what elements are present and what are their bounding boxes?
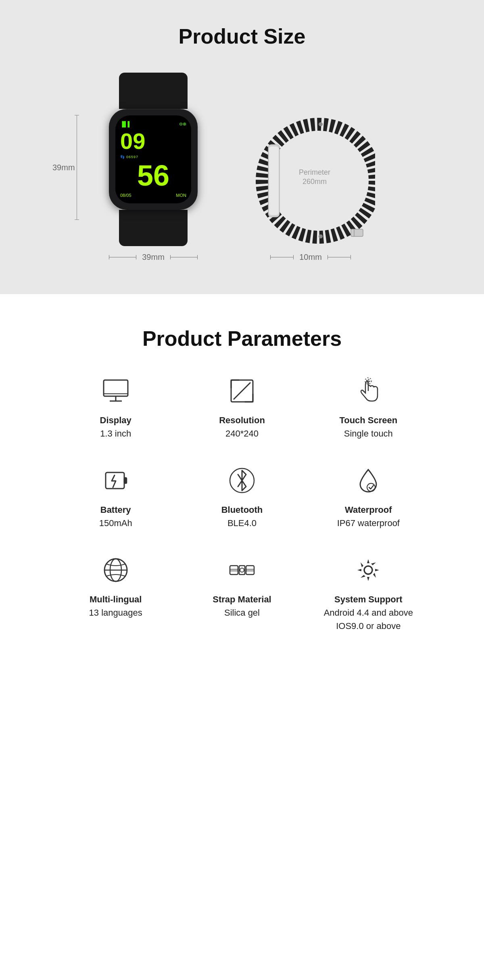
param-resolution: Resolution 240*240 [187, 375, 297, 440]
monitor-icon [102, 377, 130, 405]
battery-param-icon [100, 464, 132, 497]
battery-value: 150mAh [99, 516, 132, 530]
strap-label: Strap Material [213, 593, 271, 606]
width-dimension-label: 39mm [139, 253, 168, 262]
side-watch-svg: Perimeter 260mm [246, 112, 375, 249]
param-system: System Support Android 4.4 and above IOS… [313, 554, 424, 633]
param-bluetooth: Bluetooth BLE4.0 [187, 464, 297, 530]
svg-point-28 [240, 568, 244, 572]
watch-minute-display: 56 [120, 161, 186, 190]
side-watch-wrapper: Perimeter 260mm 10mm [246, 112, 375, 262]
resolution-label: Resolution [219, 414, 265, 427]
system-value2: IOS9.0 or above [324, 619, 413, 633]
vertical-dim-left: 39mm [77, 105, 77, 230]
svg-point-20 [367, 483, 375, 491]
battery-icon-svg [102, 466, 130, 495]
product-params-title: Product Parameters [24, 326, 460, 351]
strap-bottom [119, 210, 188, 246]
svg-line-14 [234, 382, 250, 399]
watches-container: 39mm ▐▌▌ ⊖⊕ 09 👣 [16, 73, 468, 262]
svg-rect-29 [246, 566, 254, 575]
side-dimension-label: 10mm [296, 253, 325, 262]
svg-rect-24 [230, 566, 238, 575]
product-size-section: Product Size 39mm ▐▌▌ ⊖⊕ [0, 0, 484, 294]
svg-text:Perimeter: Perimeter [299, 168, 330, 176]
strap-icon [226, 554, 258, 586]
product-params-section: Product Parameters Display 1.3 inch [0, 294, 484, 673]
multilingual-label: Multi-lingual [89, 593, 142, 606]
waterproof-value: IP67 waterproof [337, 516, 400, 530]
svg-text:260mm: 260mm [302, 178, 327, 186]
side-dim-row: 10mm [270, 253, 351, 262]
bluetooth-icon-svg [228, 466, 256, 495]
param-waterproof: Waterproof IP67 waterproof [313, 464, 424, 530]
droplet-icon-svg [354, 466, 382, 495]
watch-top-bar: ▐▌▌ ⊖⊕ [120, 121, 186, 127]
multilingual-value: 13 languages [89, 606, 142, 619]
param-display: Display 1.3 inch [60, 375, 171, 440]
watch-date-day: 08/05 MON [120, 193, 186, 198]
param-multilingual: Multi-lingual 13 languages [60, 554, 171, 633]
svg-rect-2 [269, 146, 279, 215]
strap-text: Strap Material Silica gel [213, 593, 271, 619]
gear-icon-svg [354, 556, 382, 584]
hand-touch-icon [354, 377, 382, 405]
bluetooth-text: Bluetooth BLE4.0 [221, 503, 263, 530]
display-value: 1.3 inch [100, 427, 131, 440]
width-dim-row: 39mm [109, 253, 198, 262]
resolution-icon [226, 375, 258, 407]
strap-value: Silica gel [213, 606, 271, 619]
svg-point-3 [319, 122, 323, 126]
params-grid: Display 1.3 inch Resolution 240*240 [60, 375, 424, 633]
display-label: Display [100, 414, 131, 427]
side-dim-line-right [328, 257, 351, 257]
watch-screen: ▐▌▌ ⊖⊕ 09 👣 06597 56 [115, 115, 191, 203]
touch-text: Touch Screen Single touch [339, 414, 397, 440]
watch-hour: 09 [120, 128, 145, 154]
svg-rect-5 [351, 229, 363, 236]
side-dim-line-left [270, 257, 294, 257]
svg-rect-18 [124, 478, 127, 483]
watch-date: 08/05 [120, 193, 131, 198]
strap-icon-svg [228, 556, 256, 584]
resolution-value: 240*240 [219, 427, 265, 440]
param-touch: Touch Screen Single touch [313, 375, 424, 440]
waterproof-icon [352, 464, 384, 497]
watch-day: MON [176, 193, 186, 198]
display-icon [100, 375, 132, 407]
side-watch-visual: Perimeter 260mm [246, 112, 375, 249]
steps-icon: 👣 [120, 155, 125, 159]
globe-icon-svg [102, 556, 130, 584]
svg-point-4 [319, 234, 323, 238]
touch-value: Single touch [339, 427, 397, 440]
system-text: System Support Android 4.4 and above IOS… [324, 593, 413, 633]
front-watch-wrapper: 39mm ▐▌▌ ⊖⊕ 09 👣 [109, 73, 198, 262]
resize-icon [228, 377, 256, 405]
bluetooth-icon [226, 464, 258, 497]
multilingual-icon [100, 554, 132, 586]
width-dim-line-left [109, 257, 136, 257]
bluetooth-value: BLE4.0 [221, 516, 263, 530]
resolution-text: Resolution 240*240 [219, 414, 265, 440]
system-label: System Support [324, 593, 413, 606]
battery-text: Battery 150mAh [99, 503, 132, 530]
touch-label: Touch Screen [339, 414, 397, 427]
strap-top [119, 73, 188, 109]
watch-hour-display: 09 [120, 130, 186, 153]
system-value1: Android 4.4 and above [324, 606, 413, 619]
param-battery: Battery 150mAh [60, 464, 171, 530]
bluetooth-label: Bluetooth [221, 503, 263, 516]
touch-icon [352, 375, 384, 407]
battery-label: Battery [99, 503, 132, 516]
waterproof-text: Waterproof IP67 waterproof [337, 503, 400, 530]
watch-minute: 56 [137, 159, 169, 192]
watch-icons-right: ⊖⊕ [179, 121, 186, 127]
param-strap: Strap Material Silica gel [187, 554, 297, 633]
product-size-title: Product Size [16, 24, 468, 48]
watch-steps-row: 👣 06597 [120, 155, 186, 159]
height-dimension-label: 39mm [52, 163, 75, 172]
width-dim-line-right [170, 257, 198, 257]
multilingual-text: Multi-lingual 13 languages [89, 593, 142, 619]
battery-icon: ▐▌▌ [120, 121, 131, 127]
watch-front-assembly: ▐▌▌ ⊖⊕ 09 👣 06597 56 [109, 73, 198, 246]
